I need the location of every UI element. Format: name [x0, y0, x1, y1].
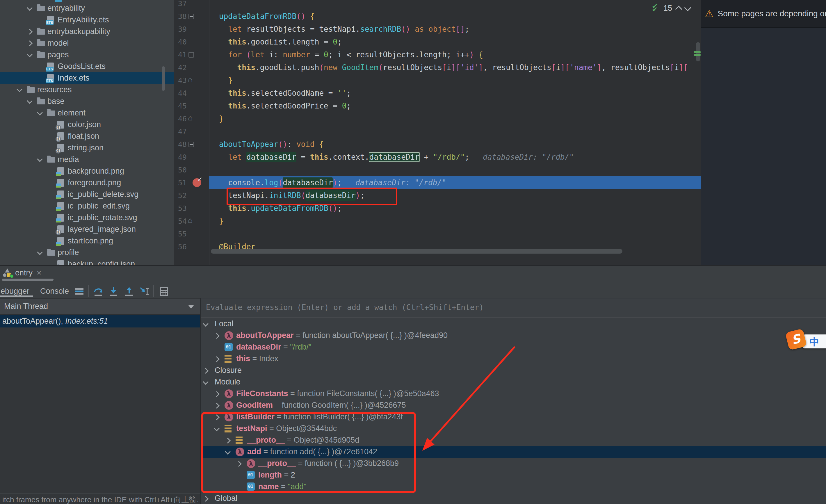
code-line-49[interactable]: 49let databaseDir = this.context.databas… [174, 151, 701, 164]
tree-item-ic_public_delete.svg[interactable]: ic_public_delete.svg [0, 188, 174, 200]
tool-window-tab-entry[interactable]: entry × [2, 267, 41, 278]
gutter[interactable]: 43⌂ [174, 74, 209, 87]
chevron-down-icon[interactable] [37, 156, 43, 162]
fold-end-icon[interactable]: ⌂ [188, 75, 192, 84]
variable-row-databaseDir[interactable]: 01databaseDir = "/rdb/" [201, 341, 826, 353]
close-icon[interactable]: × [188, 494, 193, 503]
gutter[interactable]: 40 [174, 36, 209, 48]
chevron-down-icon[interactable] [27, 5, 33, 11]
code-line-40[interactable]: 40this.goodList.length = 0; [174, 36, 701, 48]
code-line-51[interactable]: 51console.log(databaseDir);databaseDir: … [174, 176, 701, 189]
tree-item-model[interactable]: model [0, 37, 174, 49]
close-icon[interactable]: × [37, 268, 41, 277]
tree-item-pages[interactable]: pages [0, 49, 174, 61]
step-out-icon[interactable] [124, 286, 134, 297]
tree-item-layered_image.json[interactable]: {}layered_image.json [0, 224, 174, 235]
gutter[interactable]: 54⌂ [174, 214, 209, 228]
variable-row-Module[interactable]: Module [201, 376, 826, 388]
variable-row-add[interactable]: λadd = function add( {...} )@72e61042 [201, 446, 826, 458]
variable-row-Closure[interactable]: Closure [201, 365, 826, 376]
gutter[interactable]: 44 [174, 87, 209, 100]
variable-row-__proto__[interactable]: λ__proto__ = function ( {...} )@3bb268b9 [201, 458, 826, 469]
chevron-right-icon[interactable] [214, 403, 220, 408]
gutter[interactable]: 37 [174, 0, 209, 10]
code-line-45[interactable]: 45this.selectedGoodPrice = 0; [174, 100, 701, 112]
chevron-down-icon[interactable] [27, 52, 33, 57]
gutter[interactable]: 41 [174, 48, 209, 61]
gutter[interactable]: 53 [174, 202, 209, 214]
variable-row-this[interactable]: this = Index [201, 353, 826, 365]
tree-item-GoodsList.ets[interactable]: ETSGoodsList.ets [0, 61, 174, 72]
evaluate-expression-icon[interactable] [159, 286, 169, 297]
chevron-right-icon[interactable] [214, 356, 220, 362]
gutter[interactable]: 51 [174, 176, 209, 189]
gutter[interactable]: 50 [174, 164, 209, 176]
tree-item-float.json[interactable]: {}float.json [0, 130, 174, 142]
chevron-right-icon[interactable] [203, 496, 209, 502]
gutter[interactable]: 55 [174, 228, 209, 240]
chevron-down-icon[interactable] [214, 426, 220, 431]
chevron-right-icon[interactable] [27, 41, 33, 46]
gutter[interactable]: 46⌂ [174, 112, 209, 125]
tree-item-color.json[interactable]: {}color.json [0, 119, 174, 130]
chevron-down-icon[interactable] [225, 449, 231, 454]
editor-inspection-widget[interactable]: ✔✔ 15 [652, 2, 690, 14]
gutter[interactable]: 49 [174, 151, 209, 164]
variable-row-name[interactable]: 01name = "add" [201, 481, 826, 493]
chevron-right-icon[interactable] [27, 29, 33, 35]
tree-item-base[interactable]: base [0, 96, 174, 107]
debugger-layout-icon[interactable] [74, 286, 84, 297]
code-line-37[interactable]: 37 [174, 0, 701, 10]
chevron-down-icon[interactable] [203, 321, 209, 327]
fold-collapse-icon[interactable] [188, 52, 194, 58]
variable-row-Global[interactable]: Global [201, 493, 826, 504]
tree-item-background.png[interactable]: background.png [0, 165, 174, 177]
tab-debugger[interactable]: ebugger [1, 287, 30, 296]
tree-scrollbar[interactable] [162, 66, 165, 91]
variable-row-length[interactable]: 01length = 2 [201, 469, 826, 481]
code-line-50[interactable]: 50 [174, 164, 701, 176]
notification-bar[interactable]: ⚠ Some pages are depending on [701, 0, 826, 27]
run-to-cursor-icon[interactable] [139, 286, 150, 297]
evaluate-expression-input[interactable]: Evaluate expression (Enter) or add a wat… [201, 299, 826, 318]
gutter[interactable]: 48 [174, 138, 209, 151]
tree-item-entryability[interactable]: entryability [0, 2, 174, 14]
prev-change-icon[interactable] [675, 5, 682, 12]
stack-frame-row[interactable]: aboutToAppear(), Index.ets:51 [0, 315, 200, 327]
chevron-right-icon[interactable] [214, 391, 220, 397]
tree-item-element[interactable]: element [0, 107, 174, 119]
code-line-55[interactable]: 55 [174, 228, 701, 240]
fold-end-icon[interactable]: ⌂ [188, 216, 192, 225]
breakpoint-icon[interactable] [192, 178, 201, 187]
code-line-46[interactable]: 46⌂} [174, 112, 701, 125]
variable-row-FileConstants[interactable]: λFileConstants = function FileConstants(… [201, 388, 826, 399]
code-line-41[interactable]: 41for (let i: number = 0; i < resultObje… [174, 48, 701, 61]
code-line-44[interactable]: 44this.selectedGoodName = ''; [174, 87, 701, 100]
tree-item-resources[interactable]: resources [0, 84, 174, 96]
tree-item-entrybackupability[interactable]: entrybackupability [0, 25, 174, 37]
ime-indicator[interactable]: 中 S [785, 328, 826, 351]
thread-dropdown[interactable]: Main Thread [0, 299, 200, 315]
editor-hscrollbar[interactable] [211, 249, 623, 254]
chevron-right-icon[interactable] [203, 368, 209, 374]
gutter[interactable]: 47 [174, 125, 209, 138]
tree-item-backup_config.json[interactable]: {}backup_config.json [0, 258, 174, 265]
code-line-42[interactable]: 42this.goodList.push(new GoodItem(result… [174, 61, 701, 74]
code-line-43[interactable]: 43⌂} [174, 74, 701, 87]
chevron-right-icon[interactable] [214, 333, 220, 339]
gutter[interactable]: 52 [174, 189, 209, 202]
fold-collapse-icon[interactable] [188, 14, 194, 19]
gutter[interactable]: 45 [174, 100, 209, 112]
fold-end-icon[interactable]: ⌂ [188, 113, 192, 122]
gutter[interactable]: 56 [174, 240, 209, 253]
chevron-right-icon[interactable] [214, 415, 220, 420]
variable-row-Local[interactable]: Local [201, 318, 826, 330]
chevron-down-icon[interactable] [16, 86, 22, 92]
code-line-47[interactable]: 47 [174, 125, 701, 138]
gutter[interactable]: 38 [174, 10, 209, 23]
chevron-down-icon[interactable] [27, 98, 33, 104]
tree-item-EntryAbility.ets[interactable]: ETSEntryAbility.ets [0, 14, 174, 25]
tree-item-profile[interactable]: profile [0, 247, 174, 258]
fold-collapse-icon[interactable] [188, 142, 194, 147]
gutter[interactable]: 42 [174, 61, 209, 74]
